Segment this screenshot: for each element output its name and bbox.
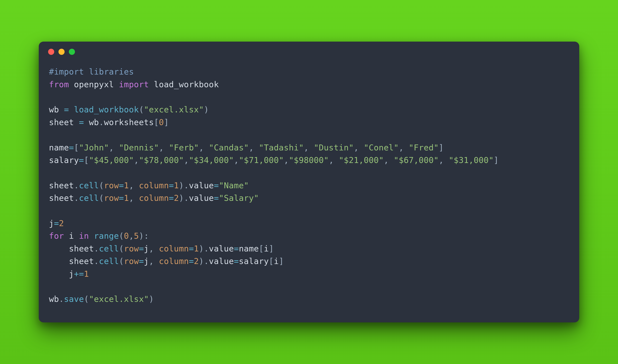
editor-window: #import libraries from openpyxl import l… — [39, 42, 579, 322]
code-line: sheet.cell(row=1, column=2).value="Salar… — [49, 193, 259, 203]
code-token: 2 — [59, 219, 64, 228]
code-token: = — [79, 117, 84, 127]
code-token: [ — [269, 256, 274, 266]
code-token: ( — [139, 105, 144, 114]
code-token: row — [104, 181, 119, 190]
code-token: "$31,000" — [449, 155, 494, 165]
code-token: row — [124, 256, 139, 266]
code-token — [89, 231, 94, 241]
code-token: , — [284, 155, 289, 165]
code-token: . — [94, 244, 99, 253]
code-token: column — [139, 193, 169, 203]
code-token: "Tadashi" — [259, 143, 304, 152]
code-token: "Name" — [219, 181, 249, 190]
code-token: , — [129, 193, 139, 203]
code-token: range — [94, 231, 119, 241]
code-token: ] — [494, 155, 499, 165]
code-token: , — [199, 143, 209, 152]
close-icon[interactable] — [48, 49, 54, 55]
code-token: , — [159, 143, 169, 152]
code-token: worksheets — [104, 117, 154, 127]
code-token: "$98000" — [289, 155, 329, 165]
code-token: sheet — [49, 256, 94, 266]
code-token: "Candas" — [209, 143, 249, 152]
code-token: "$34,000" — [189, 155, 234, 165]
code-token: load_workbook — [149, 80, 219, 89]
code-token: "$78,000" — [139, 155, 184, 165]
code-token: name — [239, 244, 259, 253]
code-line: j=2 — [49, 219, 64, 228]
stage: #import libraries from openpyxl import l… — [0, 0, 618, 364]
code-token: "excel.xlsx" — [89, 294, 149, 304]
code-line: #import libraries — [49, 67, 134, 76]
code-line: j+=1 — [49, 269, 89, 279]
code-line: wb.save("excel.xlsx") — [49, 294, 154, 304]
code-token: for — [49, 231, 64, 241]
code-token: "$67,000" — [394, 155, 439, 165]
code-token: cell — [99, 244, 119, 253]
code-token: 1 — [84, 269, 89, 279]
code-token: cell — [79, 181, 99, 190]
code-token: value — [209, 256, 234, 266]
code-token: "excel.xlsx" — [144, 105, 204, 114]
code-token: "John" — [79, 143, 109, 152]
code-token: . — [74, 181, 79, 190]
code-line: salary=["$45,000","$78,000","$34,000","$… — [49, 155, 499, 165]
code-token: = — [119, 181, 124, 190]
code-token: from — [49, 80, 69, 89]
code-token: ( — [119, 244, 124, 253]
code-token: j — [49, 269, 74, 279]
code-token: value — [189, 193, 214, 203]
code-token: value — [189, 181, 214, 190]
code-token: load_workbook — [74, 105, 139, 114]
code-token: , — [304, 143, 314, 152]
code-token: = — [79, 155, 84, 165]
code-token: i — [64, 231, 79, 241]
maximize-icon[interactable] — [69, 49, 75, 55]
code-token: openpyxl — [69, 80, 119, 89]
code-token: 1 — [124, 181, 129, 190]
code-token: . — [99, 117, 104, 127]
code-token: name — [49, 143, 69, 152]
code-line: sheet.cell(row=j, column=1).value=name[i… — [49, 244, 274, 253]
code-token: cell — [99, 256, 119, 266]
code-token: i — [274, 256, 279, 266]
code-token: , — [184, 155, 189, 165]
code-token: , — [129, 181, 139, 190]
code-token: = — [169, 193, 174, 203]
code-token: , — [249, 143, 259, 152]
code-token: cell — [79, 193, 99, 203]
code-token: "Conel" — [364, 143, 399, 152]
code-token: #import libraries — [49, 67, 134, 76]
code-line: wb = load_workbook("excel.xlsx") — [49, 105, 209, 114]
code-line: from openpyxl import load_workbook — [49, 80, 219, 89]
code-token — [69, 105, 74, 114]
code-token: = — [234, 244, 239, 253]
code-token: ( — [99, 193, 104, 203]
code-token: , — [384, 155, 394, 165]
code-token: = — [169, 181, 174, 190]
code-token: "Salary" — [219, 193, 259, 203]
minimize-icon[interactable] — [58, 49, 65, 55]
code-token: import — [119, 80, 149, 89]
code-token: = — [189, 244, 194, 253]
code-token: "$45,000" — [89, 155, 134, 165]
code-token: salary — [49, 155, 79, 165]
code-token: , — [399, 143, 409, 152]
code-token: = — [214, 193, 219, 203]
code-token: += — [74, 269, 84, 279]
code-token: , — [134, 155, 139, 165]
code-token: column — [159, 244, 189, 253]
code-token: , — [329, 155, 339, 165]
code-token: 2 — [174, 193, 179, 203]
code-token: j — [144, 256, 149, 266]
code-token: , — [149, 244, 159, 253]
code-token: ) — [149, 294, 154, 304]
code-token: sheet — [49, 244, 94, 253]
code-token: = — [234, 256, 239, 266]
code-editor[interactable]: #import libraries from openpyxl import l… — [39, 62, 579, 312]
code-token: "Dustin" — [314, 143, 354, 152]
code-token: ). — [179, 193, 189, 203]
code-token: . — [74, 193, 79, 203]
code-token: [ — [259, 244, 264, 253]
